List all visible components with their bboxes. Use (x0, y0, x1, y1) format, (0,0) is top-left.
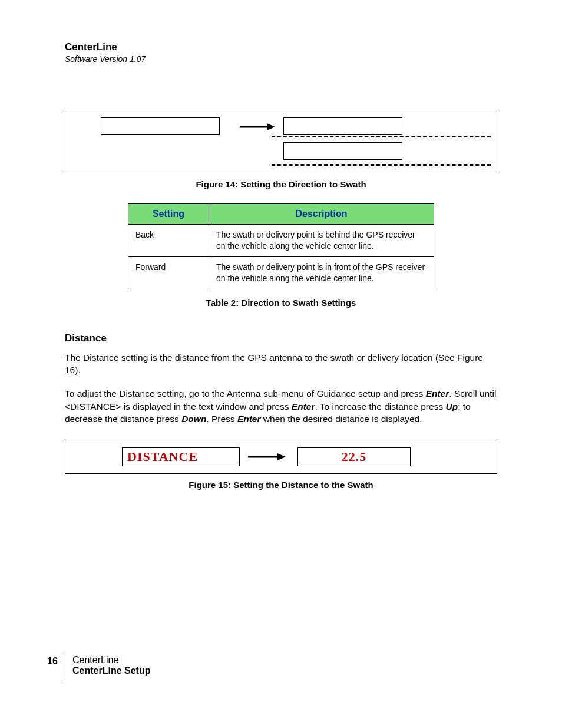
figure-15-caption: Figure 15: Setting the Distance to the S… (65, 480, 497, 490)
diagram-box-left (101, 117, 220, 135)
table-2-caption: Table 2: Direction to Swath Settings (128, 298, 434, 308)
table-row: Forward The swath or delivery point is i… (128, 256, 434, 289)
diagram-box-right-bottom (283, 142, 402, 160)
page-number: 16 (0, 655, 64, 667)
text-run: when the desired distance is displayed. (261, 414, 422, 424)
table-header-setting: Setting (128, 204, 209, 225)
arrow-right-icon (248, 453, 286, 460)
key-enter: Enter (237, 414, 261, 424)
diagram-dashed-line (272, 164, 491, 166)
table-row: Back The swath or delivery point is behi… (128, 225, 434, 257)
figure-15-diagram: DISTANCE 22.5 (65, 439, 497, 474)
figure-14-diagram (65, 110, 497, 173)
key-enter: Enter (292, 401, 315, 411)
distance-paragraph-1: The Distance setting is the distance fro… (65, 351, 497, 377)
key-enter: Enter (426, 388, 449, 398)
cell-setting: Forward (128, 256, 209, 289)
svg-marker-1 (267, 123, 275, 130)
cell-description: The swath or delivery point is in front … (209, 256, 434, 289)
footer-divider (64, 655, 64, 681)
figure-14-caption: Figure 14: Setting the Direction to Swat… (65, 179, 497, 189)
footer-line-1: CenterLine (72, 655, 150, 666)
text-run: . Press (206, 414, 237, 424)
key-down: Down (181, 414, 206, 424)
page-header: CenterLine Software Version 1.07 (65, 41, 497, 64)
diagram-box-right-top (283, 117, 402, 135)
text-run: . To increase the distance press (315, 401, 445, 411)
arrow-right-icon (240, 123, 275, 130)
key-up: Up (445, 401, 458, 411)
text-run: To adjust the Distance setting, go to th… (65, 388, 426, 398)
page-footer: 16 CenterLine CenterLine Setup (0, 655, 150, 681)
document-title: CenterLine (65, 41, 497, 53)
distance-heading: Distance (65, 332, 497, 344)
footer-line-2: CenterLine Setup (72, 666, 150, 676)
diagram-dashed-line (272, 136, 491, 137)
distance-paragraph-2: To adjust the Distance setting, go to th… (65, 387, 497, 426)
cell-setting: Back (128, 225, 209, 257)
table-header-description: Description (209, 204, 434, 225)
cell-description: The swath or delivery point is behind th… (209, 225, 434, 257)
lcd-distance-label: DISTANCE (122, 447, 240, 466)
table-2: Setting Description Back The swath or de… (128, 203, 434, 308)
lcd-distance-value: 22.5 (297, 447, 411, 466)
software-version: Software Version 1.07 (65, 54, 497, 64)
page: CenterLine Software Version 1.07 Figure … (0, 0, 562, 728)
footer-text: CenterLine CenterLine Setup (72, 655, 150, 676)
svg-marker-3 (277, 453, 286, 460)
